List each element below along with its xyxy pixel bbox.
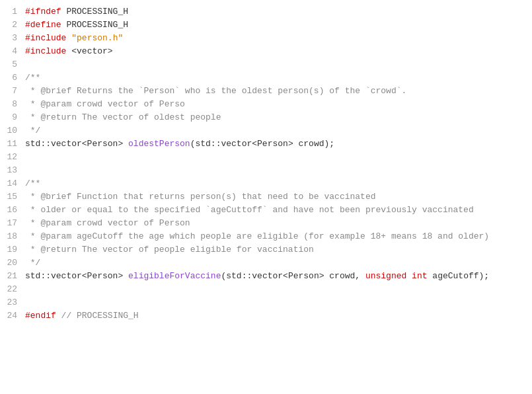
code-line: 8 * @param crowd vector of Perso <box>0 98 532 111</box>
code-line: 14/** <box>0 177 532 190</box>
token: unsigned int <box>365 271 428 281</box>
code-line: 24#endif // PROCESSING_H <box>0 309 532 323</box>
line-content: * @return The vector of oldest people <box>25 111 532 124</box>
token: #define <box>25 20 61 30</box>
line-number: 18 <box>0 230 25 243</box>
line-content: #ifndef PROCESSING_H <box>25 5 532 19</box>
token: PROCESSING_H <box>61 7 128 17</box>
line-number: 12 <box>0 151 25 164</box>
line-number: 5 <box>0 58 25 71</box>
line-content: #endif // PROCESSING_H <box>25 309 532 323</box>
code-line: 5 <box>0 58 532 71</box>
code-line: 7 * @brief Returns the `Person` who is t… <box>0 85 532 98</box>
line-number: 13 <box>0 164 25 177</box>
line-content: * @return The vector of people eligible … <box>25 243 532 256</box>
token: * @return The vector of oldest people <box>25 112 221 122</box>
token: PROCESSING_H <box>61 20 128 30</box>
line-number: 20 <box>0 256 25 270</box>
code-line: 9 * @return The vector of oldest people <box>0 111 532 124</box>
line-content: /** <box>25 71 532 85</box>
token: * @param crowd vector of Person <box>25 218 190 228</box>
token: // PROCESSING_H <box>56 311 139 321</box>
line-number: 2 <box>0 19 25 32</box>
token: std::vector<Person> <box>25 271 128 281</box>
code-line: 13 <box>0 164 532 177</box>
line-content: * older or equal to the specified `ageCu… <box>25 204 532 217</box>
line-number: 7 <box>0 85 25 98</box>
line-content: * @brief Function that returns person(s)… <box>25 190 532 204</box>
line-content <box>25 296 532 309</box>
code-line: 10 */ <box>0 124 532 138</box>
code-line: 22 <box>0 283 532 296</box>
line-content: /** <box>25 177 532 190</box>
token: * @brief Function that returns person(s)… <box>25 192 376 202</box>
token: #endif <box>25 311 56 321</box>
token: #include <box>25 33 66 43</box>
line-number: 3 <box>0 32 25 45</box>
token: * @brief Returns the `Person` who is the… <box>25 86 406 96</box>
token: */ <box>25 126 40 136</box>
token: * @return The vector of people eligible … <box>25 245 314 255</box>
line-number: 15 <box>0 190 25 204</box>
line-content: * @param ageCutoff the age which people … <box>25 230 532 243</box>
line-number: 14 <box>0 177 25 190</box>
token: * @param crowd vector of Perso <box>25 99 185 109</box>
line-content: */ <box>25 256 532 270</box>
line-content: #define PROCESSING_H <box>25 19 532 32</box>
line-content: * @brief Returns the `Person` who is the… <box>25 85 532 98</box>
line-number: 24 <box>0 309 25 323</box>
line-number: 8 <box>0 98 25 111</box>
code-line: 6/** <box>0 71 532 85</box>
code-line: 20 */ <box>0 256 532 270</box>
line-content: std::vector<Person> oldestPerson(std::ve… <box>25 138 532 151</box>
token: * @param ageCutoff the age which people … <box>25 231 489 241</box>
code-line: 21std::vector<Person> eligibleForVaccine… <box>0 270 532 283</box>
line-number: 11 <box>0 138 25 151</box>
token: ageCutoff); <box>428 271 490 281</box>
token: #include <box>25 46 66 56</box>
line-content: */ <box>25 124 532 138</box>
token: eligibleForVaccine <box>128 271 221 281</box>
line-number: 21 <box>0 270 25 283</box>
line-content <box>25 151 532 164</box>
code-line: 1#ifndef PROCESSING_H <box>0 5 532 19</box>
token: #ifndef <box>25 7 61 17</box>
token: (std::vector<Person> crowd, <box>221 271 365 281</box>
line-content: std::vector<Person> eligibleForVaccine(s… <box>25 270 532 283</box>
token: oldestPerson <box>128 139 190 149</box>
token: (std::vector<Person> crowd); <box>190 139 334 149</box>
code-line: 3#include "person.h" <box>0 32 532 45</box>
line-content <box>25 164 532 177</box>
code-line: 18 * @param ageCutoff the age which peop… <box>0 230 532 243</box>
code-line: 12 <box>0 151 532 164</box>
line-content <box>25 58 532 71</box>
line-number: 19 <box>0 243 25 256</box>
line-content: #include <vector> <box>25 45 532 58</box>
token: "person.h" <box>71 33 123 43</box>
line-number: 4 <box>0 45 25 58</box>
line-number: 9 <box>0 111 25 124</box>
code-line: 17 * @param crowd vector of Person <box>0 217 532 230</box>
token: /** <box>25 178 40 188</box>
line-content: #include "person.h" <box>25 32 532 45</box>
line-content <box>25 283 532 296</box>
token: /** <box>25 73 40 83</box>
line-number: 17 <box>0 217 25 230</box>
line-number: 16 <box>0 204 25 217</box>
line-content: * @param crowd vector of Perso <box>25 98 532 111</box>
code-line: 4#include <vector> <box>0 45 532 58</box>
code-line: 15 * @brief Function that returns person… <box>0 190 532 204</box>
token: <vector> <box>66 46 112 56</box>
token: * older or equal to the specified `ageCu… <box>25 205 474 215</box>
line-number: 10 <box>0 124 25 138</box>
code-line: 23 <box>0 296 532 309</box>
line-number: 23 <box>0 296 25 309</box>
line-content: * @param crowd vector of Person <box>25 217 532 230</box>
line-number: 22 <box>0 283 25 296</box>
code-line: 19 * @return The vector of people eligib… <box>0 243 532 256</box>
code-line: 16 * older or equal to the specified `ag… <box>0 204 532 217</box>
code-line: 2#define PROCESSING_H <box>0 19 532 32</box>
code-line: 11std::vector<Person> oldestPerson(std::… <box>0 138 532 151</box>
line-number: 6 <box>0 71 25 85</box>
code-editor: 1#ifndef PROCESSING_H2#define PROCESSING… <box>0 0 532 394</box>
